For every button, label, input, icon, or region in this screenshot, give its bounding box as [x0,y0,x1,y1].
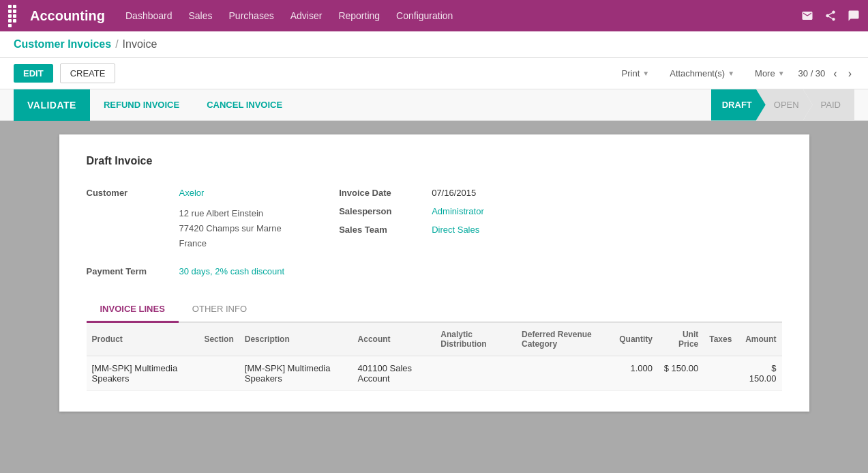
col-product: Product [87,323,199,356]
salesperson-field: Salesperson Administrator [339,206,484,216]
col-deferred: Deferred Revenue Category [516,323,614,356]
sales-team-label: Sales Team [339,225,421,235]
top-navigation: Accounting Dashboard Sales Purchases Adv… [0,0,868,31]
cell-unit-price: $ 150.00 [658,356,704,391]
col-unit-price: Unit Price [658,323,704,356]
breadcrumb-parent[interactable]: Customer Invoices [14,38,111,51]
customer-label: Customer [87,188,168,198]
cell-description: [MM-SPK] Multimedia Speakers [239,356,353,391]
print-arrow-icon: ▼ [642,70,649,77]
brand-name: Accounting [30,8,105,24]
breadcrumb: Customer Invoices / Invoice [0,31,868,58]
col-analytic: Analytic Distribution [435,323,516,356]
col-amount: Amount [737,323,781,356]
address-line1: 12 rue Albert Einstein [179,206,285,221]
address-line3: France [179,236,285,251]
fields-grid: Customer Axelor 12 rue Albert Einstein 7… [87,188,782,276]
cell-product: [MM-SPK] Multimedia Speakers [87,356,199,391]
fields-right: Invoice Date 07/16/2015 Salesperson Admi… [339,188,484,276]
nav-purchases[interactable]: Purchases [229,10,274,21]
table-header-row: Product Section Description Account Anal… [87,323,782,356]
status-draft: DRAFT [711,89,766,121]
chat-icon[interactable] [848,10,860,22]
more-arrow-icon: ▼ [778,70,785,77]
col-section: Section [198,323,239,356]
col-quantity: Quantity [614,323,658,356]
toolbar: EDIT CREATE Print ▼ Attachment(s) ▼ More… [0,58,868,89]
prev-page-button[interactable]: ‹ [830,66,839,81]
breadcrumb-separator: / [115,38,118,51]
share-icon[interactable] [824,10,837,22]
nav-reporting[interactable]: Reporting [338,10,380,21]
mail-icon[interactable] [801,10,813,22]
nav-adviser[interactable]: Adviser [290,10,323,21]
customer-value[interactable]: Axelor [179,188,205,198]
attachments-dropdown[interactable]: Attachment(s) ▼ [663,64,741,83]
address-line2: 77420 Champs sur Marne [179,221,285,236]
page-info: 30 / 30 [798,68,826,78]
invoice-table: Product Section Description Account Anal… [87,323,782,391]
invoice-date-value: 07/16/2015 [432,188,476,198]
sales-team-field: Sales Team Direct Sales [339,225,484,235]
cell-analytic [435,356,516,391]
cell-taxes [704,356,737,391]
salesperson-value[interactable]: Administrator [432,206,484,216]
cell-section [198,356,239,391]
more-label: More [755,68,775,78]
invoice-card: Draft Invoice Customer Axelor 12 rue Alb… [59,134,809,412]
print-label: Print [622,68,640,78]
attachments-label: Attachment(s) [670,68,725,78]
payment-term-label: Payment Term [87,266,168,276]
address-block: 12 rue Albert Einstein 77420 Champs sur … [179,206,285,251]
salesperson-label: Salesperson [339,206,421,216]
invoice-title: Draft Invoice [87,155,782,167]
attachments-arrow-icon: ▼ [728,70,734,77]
nav-sales[interactable]: Sales [189,10,213,21]
invoice-date-field: Invoice Date 07/16/2015 [339,188,484,198]
validate-button[interactable]: VALIDATE [14,89,90,121]
next-page-button[interactable]: › [845,66,854,81]
invoice-date-label: Invoice Date [339,188,421,198]
cancel-invoice-button[interactable]: CANCEL INVOICE [193,89,296,121]
payment-term-value[interactable]: 30 days, 2% cash discount [179,266,285,276]
refund-invoice-button[interactable]: REFUND INVOICE [90,89,193,121]
breadcrumb-current: Invoice [123,38,158,51]
payment-term-field: Payment Term 30 days, 2% cash discount [87,266,285,276]
cell-quantity: 1.000 [614,356,658,391]
apps-grid-icon[interactable] [8,5,20,27]
col-taxes: Taxes [704,323,737,356]
nav-configuration[interactable]: Configuration [396,10,453,21]
col-account: Account [353,323,436,356]
cell-amount: $ 150.00 [737,356,781,391]
tabs-bar: INVOICE LINES OTHER INFO [87,297,782,323]
page-navigation: 30 / 30 ‹ › [798,66,854,81]
status-bar: DRAFT OPEN PAID [711,89,854,121]
action-bar: VALIDATE REFUND INVOICE CANCEL INVOICE D… [0,89,868,121]
nav-links: Dashboard Sales Purchases Adviser Report… [125,10,801,21]
tab-invoice-lines[interactable]: INVOICE LINES [87,297,179,323]
tab-other-info[interactable]: OTHER INFO [179,297,260,323]
nav-right-icons [801,10,860,22]
nav-dashboard[interactable]: Dashboard [125,10,173,21]
fields-left: Customer Axelor 12 rue Albert Einstein 7… [87,188,285,276]
main-content: Draft Invoice Customer Axelor 12 rue Alb… [0,121,868,425]
create-button[interactable]: CREATE [60,63,116,83]
customer-field: Customer Axelor [87,188,285,198]
table-row[interactable]: [MM-SPK] Multimedia Speakers [MM-SPK] Mu… [87,356,782,391]
print-dropdown[interactable]: Print ▼ [615,64,657,83]
sales-team-value[interactable]: Direct Sales [432,225,479,235]
col-description: Description [239,323,353,356]
more-dropdown[interactable]: More ▼ [748,64,792,83]
cell-deferred [516,356,614,391]
cell-account: 401100 Sales Account [353,356,436,391]
edit-button[interactable]: EDIT [14,64,53,83]
